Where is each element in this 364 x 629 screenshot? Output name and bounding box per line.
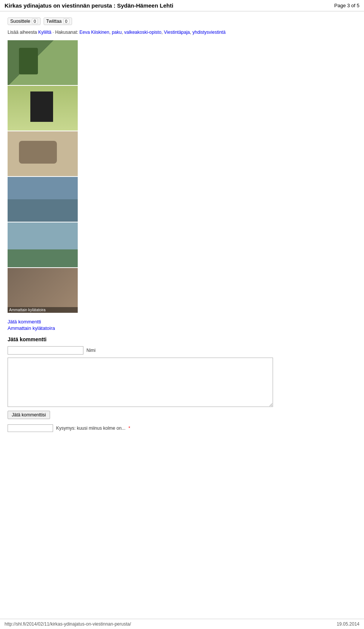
page-title: Kirkas ydinajatus on viestinnän perusta …	[5, 2, 173, 9]
ammatsan-link[interactable]: Ammattain kylätatoira	[8, 325, 356, 331]
recommend-label: Suosittele	[10, 19, 30, 24]
gallery-links: Jätä kommentti Ammattain kylätatoira	[8, 319, 356, 331]
page-indicator: Page 3 of 5	[334, 3, 360, 8]
keyword-viestintapaja[interactable]: Viestintäpaja	[164, 30, 190, 35]
tags-separator: · Hakusanat:	[53, 30, 78, 35]
tweet-button[interactable]: Twiittaa 0	[44, 17, 72, 25]
antispam-row: Kysymys: kuusi miinus kolme on... *	[8, 424, 356, 432]
keyword-yhdistysviestinta[interactable]: yhdistysviestintä	[192, 30, 225, 35]
image-gallery: Ammattain kylätatoira	[8, 40, 78, 314]
recommend-count: 0	[32, 19, 38, 24]
antispam-required: *	[129, 426, 130, 431]
tags-prefix: Lisää aiheesta	[8, 30, 37, 35]
name-field-row: Nimi	[8, 346, 356, 355]
page-header: Kirkas ydinajatus on viestinnän perusta …	[0, 0, 364, 11]
name-label: Nimi	[86, 348, 96, 353]
main-content: Suosittele 0 Twiittaa 0 Lisää aiheesta K…	[0, 11, 364, 438]
comment-heading: Jätä kommentti	[8, 336, 356, 342]
topic-link[interactable]: Kyliiltä	[38, 30, 52, 35]
social-buttons-row: Suosittele 0 Twiittaa 0	[8, 17, 356, 25]
leave-comment-link[interactable]: Jätä kommentti	[8, 319, 356, 325]
gallery-image-6: Ammattain kylätatoira	[8, 268, 78, 314]
antispam-question: Kysymys: kuusi miinus kolme on...	[56, 426, 126, 431]
keyword-eeva[interactable]: Eeva Kiiskinen	[79, 30, 109, 35]
gallery-image-3	[8, 131, 78, 177]
gallery-image-4	[8, 177, 78, 222]
gallery-image-5	[8, 222, 78, 268]
image-caption: Ammattain kylätatoira	[8, 307, 78, 313]
tweet-count: 0	[63, 19, 69, 24]
gallery-image-2	[8, 86, 78, 131]
gallery-image-1	[8, 40, 78, 86]
comment-section: Jätä kommentti Nimi Jätä kommenttisi Kys…	[8, 336, 356, 432]
keyword-paku[interactable]: paku	[112, 30, 122, 35]
submit-comment-button[interactable]: Jätä kommenttisi	[8, 411, 50, 419]
keyword-valkeakoski[interactable]: valkeakoski-opisto	[124, 30, 162, 35]
name-input[interactable]	[8, 346, 83, 355]
tags-row: Lisää aiheesta Kyliiltä · Hakusanat: Eev…	[8, 30, 356, 35]
recommend-button[interactable]: Suosittele 0	[8, 17, 41, 25]
antispam-input[interactable]	[8, 424, 53, 432]
comment-textarea[interactable]	[8, 358, 273, 407]
tweet-label: Twiittaa	[46, 19, 62, 24]
